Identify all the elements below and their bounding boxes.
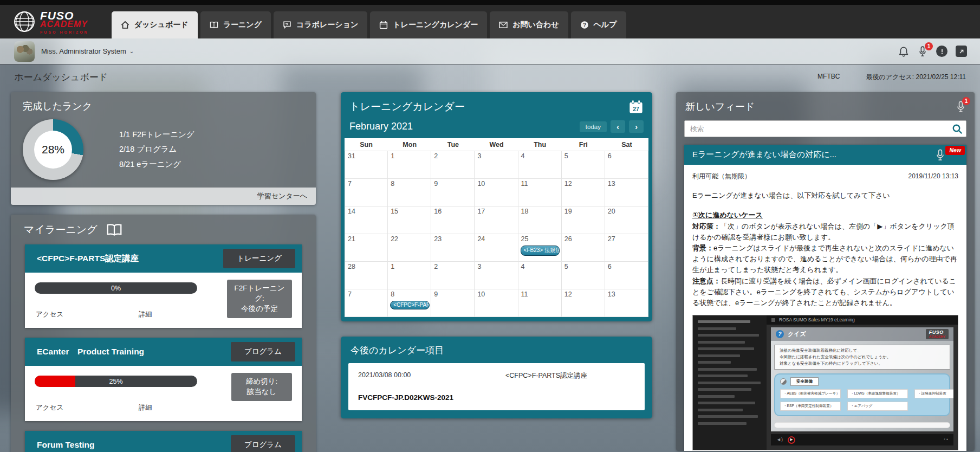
calendar-cell[interactable]: 20 — [605, 206, 648, 234]
calendar-cell[interactable]: 12 — [562, 289, 605, 317]
learning-center-link[interactable]: 学習センターへ — [257, 192, 307, 200]
quiz-option[interactable]: ・ESP（車両安定性制御装置） — [780, 402, 841, 411]
quiz-option[interactable]: ・AEBS（衝突被害軽減ブレーキ） — [780, 389, 841, 398]
calendar-prev-button[interactable]: ‹ — [611, 120, 625, 133]
calendar-cell[interactable]: 11 — [518, 289, 562, 317]
calendar-cell[interactable]: 10 — [475, 179, 518, 206]
calendar-cell[interactable]: 1 — [388, 151, 431, 179]
tab-help[interactable]: ?ヘルプ — [571, 11, 626, 38]
notifications-bell-icon[interactable] — [898, 46, 909, 57]
user-menu[interactable]: Miss. Administrator System ⌄ — [41, 47, 134, 55]
calendar-cell[interactable]: 14 — [345, 206, 388, 234]
calendar-cell[interactable]: 1 — [388, 262, 431, 289]
player-sidebar-item[interactable] — [698, 361, 731, 364]
calendar-cell[interactable]: 7 — [345, 179, 388, 206]
calendar-cell[interactable]: 13 — [605, 289, 648, 317]
article-mic-icon[interactable] — [936, 149, 945, 161]
voice-feed-mic-icon[interactable]: 1 — [917, 46, 928, 57]
calendar-cell[interactable]: 6 — [605, 262, 648, 289]
play-button[interactable]: ▶ — [788, 436, 795, 444]
course-link[interactable]: 詳細 — [139, 403, 291, 412]
calendar-cell[interactable]: 18 — [518, 206, 562, 234]
calendar-cell[interactable]: 24 — [475, 234, 518, 262]
calendar-cell[interactable]: 7 — [345, 289, 388, 317]
calendar-event-pill[interactable]: <FB23> 法規法 — [521, 246, 560, 256]
calendar-cell[interactable]: 3 — [475, 262, 518, 289]
calendar-cell[interactable]: 27 — [605, 234, 648, 262]
calendar-next-button[interactable]: › — [629, 120, 644, 133]
quiz-option[interactable]: ・エアバッグ — [847, 402, 908, 411]
player-sidebar-item[interactable] — [698, 354, 740, 357]
course-type-button[interactable]: プログラム — [231, 435, 295, 452]
calendar-cell[interactable]: 2 — [431, 262, 475, 289]
alert-exclamation-icon[interactable] — [936, 46, 947, 57]
player-sidebar-item[interactable] — [698, 320, 750, 323]
tab-dashboard[interactable]: ダッシュボード — [112, 11, 198, 38]
calendar-cell[interactable]: 25<FB23> 法規法 — [518, 234, 562, 262]
calendar-cell[interactable]: 17 — [475, 206, 518, 234]
calendar-cell[interactable]: 5 — [562, 151, 605, 179]
calendar-cell[interactable]: 13 — [605, 179, 648, 206]
calendar-cell[interactable]: 8<CFPC>F-PART — [388, 289, 431, 317]
upcoming-item[interactable]: 2021/03/08 00:00 <CFPC>F-PARTS認定講座 FVCFP… — [348, 363, 645, 410]
calendar-cell[interactable]: 9 — [431, 289, 475, 317]
course-type-button[interactable]: プログラム — [231, 342, 295, 361]
search-input[interactable] — [690, 125, 952, 133]
calendar-cell[interactable]: 16 — [431, 206, 475, 234]
calendar-cell[interactable]: 5 — [562, 262, 605, 289]
calendar-cell[interactable]: 15 — [388, 206, 431, 234]
player-sidebar-item[interactable] — [698, 409, 743, 411]
launch-external-icon[interactable] — [956, 46, 967, 57]
feed-mic-icon[interactable]: 1 — [956, 101, 965, 113]
player-sidebar-item[interactable] — [698, 422, 747, 425]
player-sidebar-item[interactable] — [698, 374, 748, 377]
quiz-option[interactable]: ・誤発進抑制装置 — [914, 389, 953, 398]
quiz-option[interactable]: ・LDWS（車線逸脱警報装置） — [847, 389, 908, 398]
calendar-cell[interactable]: 8 — [388, 179, 431, 206]
article-header[interactable]: Eラーニングが進まない場合の対応に... New — [684, 145, 966, 165]
calendar-cell[interactable]: 4 — [518, 151, 562, 179]
calendar-cell[interactable]: 2 — [431, 151, 475, 179]
player-sidebar-item[interactable] — [698, 368, 757, 371]
calendar-cell[interactable]: 3 — [475, 151, 518, 179]
player-sidebar-item[interactable] — [698, 388, 751, 391]
calendar-cell[interactable]: 4 — [518, 262, 562, 289]
quiz-drop-area[interactable] — [774, 422, 950, 428]
fuso-academy-logo[interactable]: FUSO ACADEMY FUSO HORIZON — [10, 5, 92, 38]
calendar-cell[interactable]: 9 — [431, 179, 475, 206]
player-sidebar-item[interactable] — [698, 382, 761, 384]
player-sidebar-item[interactable] — [698, 395, 735, 398]
calendar-cell[interactable]: 6 — [605, 151, 648, 179]
calendar-cell[interactable]: 22 — [388, 234, 431, 262]
tab-contact[interactable]: お問い合わせ — [490, 11, 568, 38]
course-link[interactable]: アクセス — [36, 403, 139, 412]
calendar-cell[interactable]: 12 — [562, 179, 605, 206]
calendar-cell[interactable]: 10 — [475, 289, 518, 317]
calendar-cell[interactable]: 11 — [518, 179, 562, 206]
tab-collaboration[interactable]: コラボレーション — [274, 11, 367, 38]
calendar-cell[interactable]: 26 — [562, 234, 605, 262]
calendar-cell[interactable]: 23 — [431, 234, 475, 262]
course-type-button[interactable]: トレーニング — [223, 249, 295, 268]
player-sidebar-item[interactable] — [698, 347, 754, 350]
tab-training-calendar[interactable]: トレーニングカレンダー — [370, 11, 487, 38]
player-sidebar-item[interactable] — [698, 415, 758, 418]
player-sidebar-item[interactable] — [698, 334, 759, 337]
tab-learning[interactable]: ラーニング — [200, 11, 271, 38]
calendar-cell[interactable]: 31 — [345, 151, 388, 179]
search-icon[interactable] — [952, 124, 963, 134]
player-sidebar-item[interactable] — [698, 402, 755, 404]
speaker-icon[interactable]: ◄) — [776, 436, 783, 444]
avatar[interactable] — [14, 41, 35, 62]
calendar-cell[interactable]: 28 — [345, 262, 388, 289]
player-nav-icons[interactable]: ‹ ▪ — [944, 436, 948, 443]
calendar-today-button[interactable]: today — [580, 121, 607, 132]
calendar-cell[interactable]: 19 — [562, 206, 605, 234]
calendar-widget-icon[interactable]: 27 — [628, 99, 644, 114]
calendar-cell[interactable]: 21 — [345, 234, 388, 262]
player-sidebar-item[interactable] — [698, 341, 745, 344]
calendar-event-pill[interactable]: <CFPC>F-PART — [390, 301, 430, 309]
article-case1-heading: ①次に進めないケース — [692, 210, 958, 221]
player-sidebar-item[interactable] — [698, 327, 736, 330]
course-link[interactable]: アクセス — [36, 310, 139, 319]
